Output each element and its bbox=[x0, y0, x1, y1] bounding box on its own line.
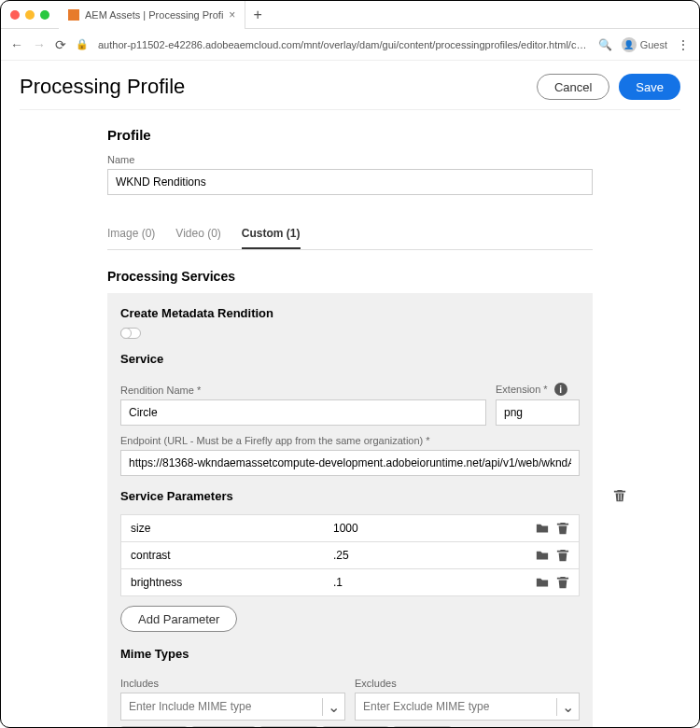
forward-button[interactable]: → bbox=[33, 37, 46, 52]
window-controls bbox=[10, 10, 49, 20]
endpoint-input[interactable] bbox=[120, 450, 580, 476]
profile-section-title: Profile bbox=[107, 127, 593, 143]
mime-types-heading: Mime Types bbox=[120, 647, 580, 661]
processing-services-title: Processing Services bbox=[107, 269, 593, 284]
create-metadata-label: Create Metadata Rendition bbox=[120, 306, 580, 320]
lock-icon: 🔒 bbox=[76, 38, 89, 50]
include-chips: image/jpegimage/pngimage/gifimage/bmpima… bbox=[120, 721, 580, 728]
folder-icon[interactable] bbox=[536, 576, 549, 589]
minimize-window-button[interactable] bbox=[25, 10, 35, 20]
name-input[interactable] bbox=[107, 169, 593, 195]
tab-video[interactable]: Video (0) bbox=[175, 219, 220, 249]
close-window-button[interactable] bbox=[10, 10, 20, 20]
browser-tab[interactable]: AEM Assets | Processing Profi × bbox=[59, 1, 245, 29]
includes-input[interactable] bbox=[121, 700, 322, 713]
add-parameter-button[interactable]: Add Parameter bbox=[120, 606, 237, 632]
avatar-icon: 👤 bbox=[622, 37, 637, 52]
name-label: Name bbox=[107, 154, 593, 165]
excludes-select[interactable]: ⌄ bbox=[355, 693, 580, 721]
create-metadata-toggle[interactable] bbox=[120, 328, 141, 339]
page-title: Processing Profile bbox=[20, 75, 185, 99]
profile-label: Guest bbox=[640, 39, 667, 50]
service-panel: Create Metadata Rendition Service Rendit… bbox=[107, 293, 593, 728]
param-key[interactable]: size bbox=[121, 515, 324, 541]
chevron-down-icon[interactable]: ⌄ bbox=[556, 698, 579, 716]
trash-icon bbox=[613, 489, 626, 502]
tab-title: AEM Assets | Processing Profi bbox=[85, 9, 223, 21]
tabs: Image (0) Video (0) Custom (1) bbox=[107, 219, 593, 250]
back-button[interactable]: ← bbox=[10, 37, 23, 52]
tab-custom[interactable]: Custom (1) bbox=[242, 219, 301, 249]
delete-worker-button[interactable] bbox=[613, 489, 626, 506]
url-display[interactable]: author-p11502-e42286.adobeaemcloud.com/m… bbox=[98, 39, 589, 50]
param-value[interactable]: .25 bbox=[324, 542, 526, 568]
address-bar: ← → ⟳ 🔒 author-p11502-e42286.adobeaemclo… bbox=[1, 29, 699, 61]
tab-image[interactable]: Image (0) bbox=[107, 219, 155, 249]
param-key[interactable]: brightness bbox=[121, 569, 324, 595]
browser-titlebar: AEM Assets | Processing Profi × + bbox=[1, 1, 699, 29]
reload-button[interactable]: ⟳ bbox=[55, 37, 66, 52]
folder-icon[interactable] bbox=[536, 522, 549, 535]
rendition-name-label: Rendition Name * bbox=[120, 385, 486, 396]
service-heading: Service bbox=[120, 352, 580, 366]
excludes-input[interactable] bbox=[356, 700, 556, 713]
folder-icon[interactable] bbox=[536, 549, 549, 562]
cancel-button[interactable]: Cancel bbox=[537, 74, 609, 100]
extension-label: Extension * i bbox=[496, 383, 580, 396]
tab-favicon bbox=[68, 9, 79, 21]
param-value[interactable]: 1000 bbox=[324, 515, 526, 541]
maximize-window-button[interactable] bbox=[40, 10, 49, 20]
browser-menu-button[interactable]: ⋮ bbox=[677, 37, 690, 52]
includes-select[interactable]: ⌄ bbox=[120, 693, 345, 721]
trash-icon[interactable] bbox=[556, 522, 569, 535]
rendition-name-input[interactable] bbox=[120, 399, 486, 426]
chevron-down-icon[interactable]: ⌄ bbox=[322, 698, 344, 716]
extension-input[interactable] bbox=[496, 399, 580, 426]
excludes-label: Excludes bbox=[355, 678, 580, 689]
trash-icon[interactable] bbox=[556, 576, 569, 589]
includes-label: Includes bbox=[120, 678, 345, 689]
parameter-row: size1000 bbox=[120, 514, 580, 542]
new-tab-button[interactable]: + bbox=[253, 7, 261, 23]
profile-button[interactable]: 👤 Guest bbox=[622, 37, 667, 52]
param-key[interactable]: contrast bbox=[121, 542, 324, 568]
param-value[interactable]: .1 bbox=[324, 569, 526, 595]
save-button[interactable]: Save bbox=[619, 74, 680, 100]
info-icon[interactable]: i bbox=[554, 383, 567, 396]
close-tab-icon[interactable]: × bbox=[229, 8, 235, 21]
endpoint-label: Endpoint (URL - Must be a Firefly app fr… bbox=[120, 435, 580, 446]
parameter-row: contrast.25 bbox=[120, 541, 580, 569]
trash-icon[interactable] bbox=[556, 549, 569, 562]
page-header: Processing Profile Cancel Save bbox=[20, 74, 680, 110]
service-parameters-heading: Service Parameters bbox=[120, 489, 580, 503]
parameter-row: brightness.1 bbox=[120, 568, 580, 596]
zoom-icon[interactable]: 🔍 bbox=[598, 38, 612, 51]
